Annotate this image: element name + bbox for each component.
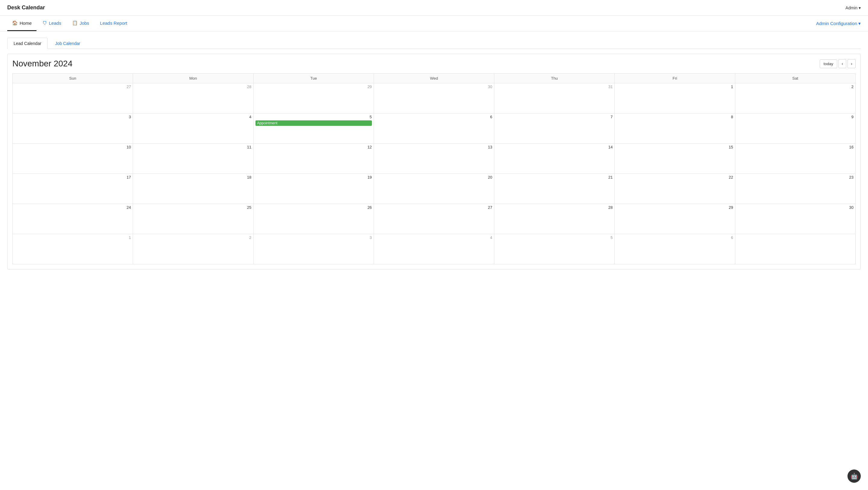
calendar-day-cell[interactable]: 30 bbox=[735, 204, 855, 234]
calendar-day-cell[interactable]: 3 bbox=[13, 114, 133, 144]
calendar-day-cell[interactable]: 29 bbox=[253, 83, 374, 114]
calendar-day-cell[interactable]: 28 bbox=[133, 83, 253, 114]
calendar-day-cell[interactable]: 6 bbox=[374, 114, 494, 144]
calendar-day-cell[interactable]: 3 bbox=[253, 234, 374, 264]
admin-menu[interactable]: Admin ▾ bbox=[845, 5, 861, 10]
leads-icon: ⛉ bbox=[42, 21, 47, 26]
day-number: 25 bbox=[135, 205, 251, 210]
calendar-day-cell[interactable]: 16 bbox=[735, 144, 855, 174]
tab-job-calendar[interactable]: Job Calendar bbox=[49, 38, 87, 49]
calendar-day-cell[interactable]: 27 bbox=[13, 83, 133, 114]
calendar-day-cell[interactable]: 29 bbox=[615, 204, 735, 234]
day-number: 29 bbox=[617, 205, 733, 210]
calendar-day-header: Sun bbox=[13, 73, 133, 83]
day-number: 4 bbox=[376, 235, 492, 240]
main-content: Lead Calendar Job Calendar November 2024… bbox=[0, 31, 868, 275]
calendar-day-cell[interactable]: 6 bbox=[615, 234, 735, 264]
day-number: 5 bbox=[496, 235, 613, 240]
admin-config-menu[interactable]: Admin Configuration ▾ bbox=[816, 21, 861, 26]
calendar-day-cell[interactable]: 5Appointment bbox=[253, 114, 374, 144]
calendar-day-cell[interactable]: 4 bbox=[133, 114, 253, 144]
prev-month-button[interactable]: ‹ bbox=[838, 59, 846, 68]
nav-item-jobs[interactable]: 📋 Jobs bbox=[67, 16, 94, 31]
calendar-day-header: Tue bbox=[253, 73, 374, 83]
day-number: 18 bbox=[135, 175, 251, 180]
day-number: 1 bbox=[14, 235, 131, 240]
day-number: 13 bbox=[376, 145, 492, 149]
day-number: 17 bbox=[14, 175, 131, 180]
calendar-day-cell[interactable]: 30 bbox=[374, 83, 494, 114]
day-number: 2 bbox=[135, 235, 251, 240]
day-number: 24 bbox=[14, 205, 131, 210]
calendar-day-cell[interactable]: 20 bbox=[374, 174, 494, 204]
day-number: 23 bbox=[737, 175, 854, 180]
home-icon: 🏠 bbox=[12, 20, 18, 26]
day-number: 28 bbox=[496, 205, 613, 210]
calendar-day-cell[interactable]: 19 bbox=[253, 174, 374, 204]
day-number: 20 bbox=[376, 175, 492, 180]
calendar-day-cell[interactable]: 15 bbox=[615, 144, 735, 174]
calendar-day-cell[interactable]: 28 bbox=[494, 204, 615, 234]
day-number: 2 bbox=[737, 85, 854, 89]
day-number: 3 bbox=[255, 235, 372, 240]
day-number: 26 bbox=[255, 205, 372, 210]
day-number: 14 bbox=[496, 145, 613, 149]
calendar-day-cell[interactable]: 17 bbox=[13, 174, 133, 204]
calendar-day-cell[interactable]: 12 bbox=[253, 144, 374, 174]
calendar-day-cell[interactable]: 18 bbox=[133, 174, 253, 204]
calendar-day-cell[interactable]: 23 bbox=[735, 174, 855, 204]
calendar-day-cell[interactable]: 1 bbox=[13, 234, 133, 264]
nav-item-leads-report[interactable]: Leads Report bbox=[95, 16, 132, 31]
tab-lead-calendar[interactable]: Lead Calendar bbox=[7, 38, 48, 49]
calendar-day-cell[interactable]: 21 bbox=[494, 174, 615, 204]
admin-dropdown-icon: ▾ bbox=[859, 5, 861, 10]
calendar-day-cell[interactable]: 31 bbox=[494, 83, 615, 114]
calendar-day-cell[interactable]: 22 bbox=[615, 174, 735, 204]
calendar-day-cell[interactable]: 11 bbox=[133, 144, 253, 174]
today-button[interactable]: today bbox=[820, 59, 837, 68]
calendar-day-cell[interactable]: 5 bbox=[494, 234, 615, 264]
calendar-day-cell[interactable]: 1 bbox=[615, 83, 735, 114]
calendar-day-cell[interactable] bbox=[735, 234, 855, 264]
calendar-event[interactable]: Appointment bbox=[255, 120, 372, 126]
tab-bar: Lead Calendar Job Calendar bbox=[7, 37, 861, 49]
jobs-icon: 📋 bbox=[72, 20, 78, 26]
day-number: 22 bbox=[617, 175, 733, 180]
calendar-day-cell[interactable]: 9 bbox=[735, 114, 855, 144]
nav-home-label: Home bbox=[20, 21, 32, 26]
calendar-day-cell[interactable]: 24 bbox=[13, 204, 133, 234]
calendar-day-cell[interactable]: 27 bbox=[374, 204, 494, 234]
calendar-day-cell[interactable]: 26 bbox=[253, 204, 374, 234]
day-number: 19 bbox=[255, 175, 372, 180]
calendar-day-cell[interactable]: 2 bbox=[735, 83, 855, 114]
nav-jobs-label: Jobs bbox=[80, 21, 89, 26]
navbar: 🏠 Home ⛉ Leads 📋 Jobs Leads Report Admin… bbox=[0, 16, 868, 31]
admin-label: Admin bbox=[845, 5, 858, 10]
day-number: 11 bbox=[135, 145, 251, 149]
calendar-day-cell[interactable]: 7 bbox=[494, 114, 615, 144]
day-number: 29 bbox=[255, 85, 372, 89]
calendar-title: November 2024 bbox=[12, 59, 72, 68]
calendar-day-cell[interactable]: 8 bbox=[615, 114, 735, 144]
nav-item-home[interactable]: 🏠 Home bbox=[7, 16, 36, 31]
calendar-day-cell[interactable]: 25 bbox=[133, 204, 253, 234]
calendar-day-cell[interactable]: 13 bbox=[374, 144, 494, 174]
day-number: 6 bbox=[617, 235, 733, 240]
day-number: 5 bbox=[255, 115, 372, 119]
calendar-day-cell[interactable]: 14 bbox=[494, 144, 615, 174]
app-title: Desk Calendar bbox=[7, 4, 45, 11]
day-number: 6 bbox=[376, 115, 492, 119]
next-month-button[interactable]: › bbox=[847, 59, 856, 68]
calendar-day-cell[interactable]: 2 bbox=[133, 234, 253, 264]
calendar-day-cell[interactable]: 10 bbox=[13, 144, 133, 174]
nav-item-leads[interactable]: ⛉ Leads bbox=[38, 16, 66, 31]
day-number: 31 bbox=[496, 85, 613, 89]
day-number: 21 bbox=[496, 175, 613, 180]
calendar-day-header: Fri bbox=[615, 73, 735, 83]
calendar-container: November 2024 today ‹ › SunMonTueWedThuF… bbox=[7, 54, 861, 270]
calendar-day-header: Thu bbox=[494, 73, 615, 83]
calendar-day-header: Wed bbox=[374, 73, 494, 83]
calendar-day-cell[interactable]: 4 bbox=[374, 234, 494, 264]
day-number: 9 bbox=[737, 115, 854, 119]
day-number: 28 bbox=[135, 85, 251, 89]
